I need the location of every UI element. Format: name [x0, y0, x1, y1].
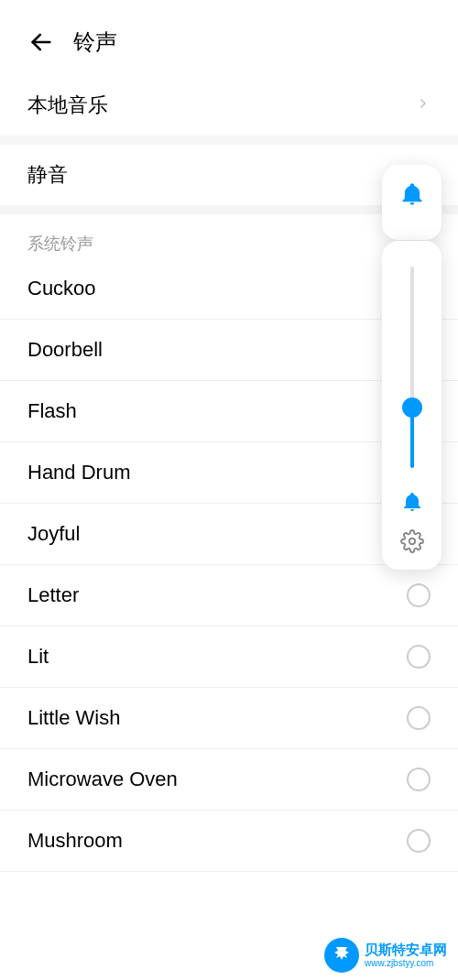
- ringtone-item[interactable]: Mushroom: [0, 811, 458, 872]
- watermark-text: 贝斯特安卓网 www.zjbstyy.com: [365, 942, 447, 968]
- radio-button[interactable]: [407, 829, 431, 853]
- separator: [0, 136, 458, 145]
- arrow-left-icon: [28, 29, 54, 55]
- watermark-icon: [324, 938, 359, 973]
- volume-panel-top: [382, 165, 442, 240]
- ringtone-name: Joyful: [27, 522, 80, 546]
- radio-button[interactable]: [407, 583, 431, 607]
- silent-label: 静音: [27, 161, 68, 189]
- ringtone-name: Lit: [27, 645, 49, 669]
- ringtone-name: Hand Drum: [27, 461, 130, 485]
- svg-point-1: [409, 539, 415, 545]
- ringtone-name: Flash: [27, 399, 77, 423]
- radio-button[interactable]: [407, 706, 431, 730]
- local-music-row[interactable]: 本地音乐: [0, 75, 458, 136]
- radio-button[interactable]: [407, 768, 431, 791]
- page-title: 铃声: [73, 27, 117, 57]
- chevron-right-icon: [416, 96, 431, 114]
- header: 铃声: [0, 0, 458, 75]
- volume-slider[interactable]: [410, 267, 414, 468]
- ringtone-name: Microwave Oven: [27, 768, 178, 791]
- ringtone-item[interactable]: Little Wish: [0, 688, 458, 749]
- radio-button[interactable]: [407, 645, 431, 669]
- local-music-label: 本地音乐: [27, 92, 108, 119]
- ringtone-item[interactable]: Microwave Oven: [0, 749, 458, 811]
- ringtone-name: Letter: [27, 583, 79, 607]
- bell-icon[interactable]: [399, 181, 425, 207]
- volume-thumb[interactable]: [402, 397, 422, 418]
- back-button[interactable]: [27, 28, 55, 56]
- ringtone-item[interactable]: Letter: [0, 565, 458, 626]
- ringtone-name: Little Wish: [27, 706, 120, 730]
- watermark: 贝斯特安卓网 www.zjbstyy.com: [313, 931, 458, 980]
- ringtone-item[interactable]: Lit: [0, 626, 458, 688]
- ringtone-item-partial: New World: [0, 872, 458, 890]
- volume-slider-panel: [382, 241, 442, 570]
- ringtone-name: Doorbell: [27, 338, 103, 362]
- settings-button[interactable]: [400, 529, 424, 553]
- watermark-url: www.zjbstyy.com: [365, 958, 447, 968]
- ringtone-name: Cuckoo: [27, 277, 96, 300]
- watermark-title: 贝斯特安卓网: [365, 942, 447, 958]
- ringtone-name: Mushroom: [27, 829, 123, 853]
- bell-icon[interactable]: [401, 491, 423, 513]
